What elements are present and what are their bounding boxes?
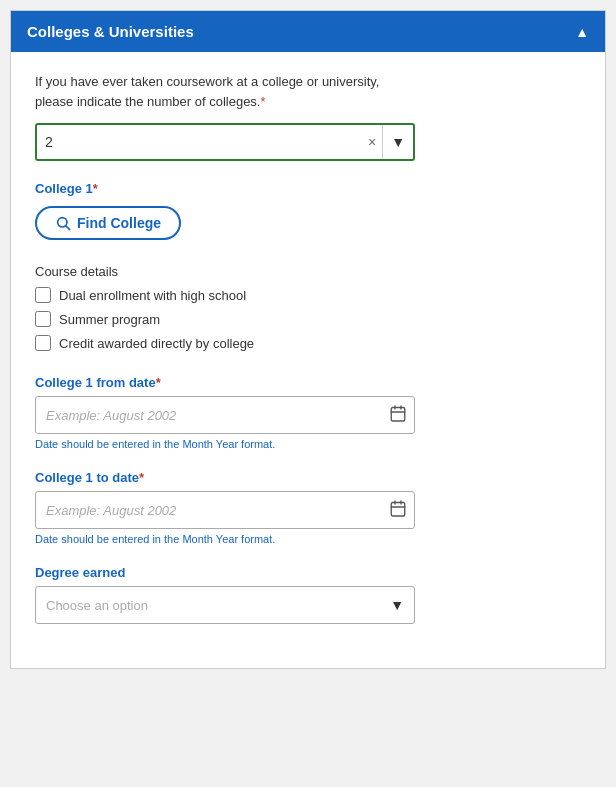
from-date-calendar-icon[interactable] [389, 405, 407, 426]
find-college-button[interactable]: Find College [35, 206, 181, 240]
required-star-college1: * [93, 181, 98, 196]
degree-earned-arrow[interactable]: ▼ [380, 597, 414, 613]
to-date-hint: Date should be entered in the Month Year… [35, 533, 581, 545]
to-date-label: College 1 to date* [35, 470, 581, 485]
degree-earned-label: Degree earned [35, 565, 581, 580]
to-date-calendar-icon[interactable] [389, 500, 407, 521]
section-title: Colleges & Universities [27, 23, 194, 40]
from-date-label: College 1 from date* [35, 375, 581, 390]
checkbox-summer-program[interactable]: Summer program [35, 311, 581, 327]
description-text: If you have ever taken coursework at a c… [35, 72, 581, 111]
course-details-checkboxes: Dual enrollment with high school Summer … [35, 287, 581, 351]
colleges-universities-section: Colleges & Universities ▲ If you have ev… [10, 10, 606, 669]
required-star-to-date: * [139, 470, 144, 485]
svg-rect-6 [391, 503, 405, 517]
number-of-colleges-select[interactable]: 2 × ▼ [35, 123, 415, 161]
to-date-section: College 1 to date* Date should be entere… [35, 470, 581, 545]
degree-earned-placeholder: Choose an option [36, 598, 380, 613]
from-date-section: College 1 from date* Date should be ente… [35, 375, 581, 450]
degree-earned-select[interactable]: Choose an option ▼ [35, 586, 415, 624]
description-line1: If you have ever taken coursework at a c… [35, 74, 379, 89]
required-star-description: * [260, 94, 265, 109]
checkbox-credit-awarded[interactable]: Credit awarded directly by college [35, 335, 581, 351]
credit-awarded-label: Credit awarded directly by college [59, 336, 254, 351]
college1-label: College 1* [35, 181, 581, 196]
description-line2: please indicate the number of colleges. [35, 94, 260, 109]
select-dropdown-arrow[interactable]: ▼ [382, 125, 413, 159]
required-star-from-date: * [156, 375, 161, 390]
dual-enrollment-label: Dual enrollment with high school [59, 288, 246, 303]
summer-program-label: Summer program [59, 312, 160, 327]
credit-awarded-checkbox[interactable] [35, 335, 51, 351]
dual-enrollment-checkbox[interactable] [35, 287, 51, 303]
from-date-input-wrapper [35, 396, 415, 434]
to-date-input[interactable] [35, 491, 415, 529]
course-details-label: Course details [35, 264, 581, 279]
section-content: If you have ever taken coursework at a c… [11, 52, 605, 668]
svg-line-1 [66, 226, 70, 230]
select-clear-button[interactable]: × [362, 134, 382, 150]
checkbox-dual-enrollment[interactable]: Dual enrollment with high school [35, 287, 581, 303]
section-header: Colleges & Universities ▲ [11, 11, 605, 52]
to-date-input-wrapper [35, 491, 415, 529]
degree-earned-section: Degree earned Choose an option ▼ [35, 565, 581, 624]
svg-rect-2 [391, 408, 405, 422]
find-college-label: Find College [77, 215, 161, 231]
from-date-hint: Date should be entered in the Month Year… [35, 438, 581, 450]
collapse-icon[interactable]: ▲ [575, 24, 589, 40]
select-value: 2 [37, 123, 362, 161]
search-icon [55, 215, 71, 231]
from-date-input[interactable] [35, 396, 415, 434]
summer-program-checkbox[interactable] [35, 311, 51, 327]
